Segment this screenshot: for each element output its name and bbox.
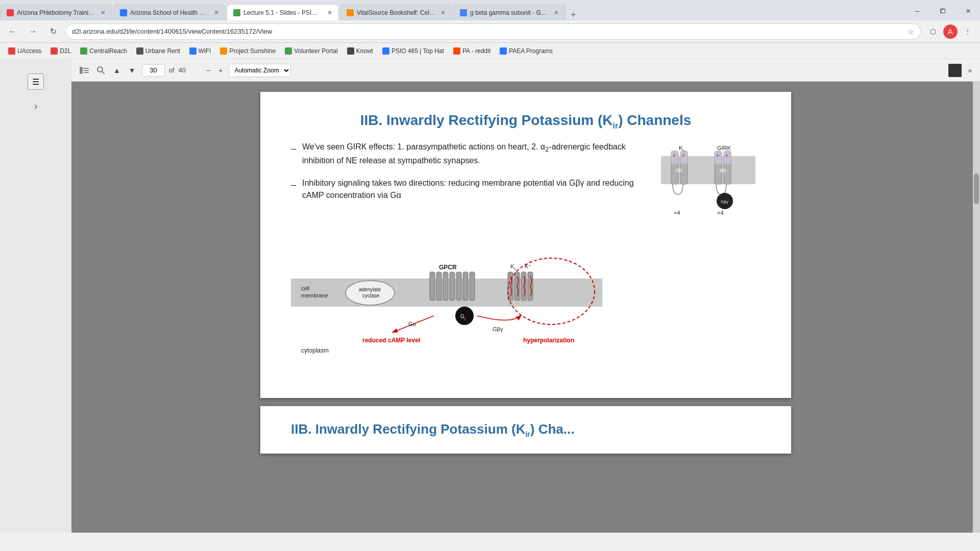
bookmark-volunteer-portal[interactable]: Volunteer Portal bbox=[281, 46, 341, 56]
svg-rect-37 bbox=[450, 272, 455, 300]
tab-4[interactable]: VitalSource Bookshelf: Cellular... ✕ bbox=[340, 4, 452, 20]
menu-button[interactable]: ⋮ bbox=[960, 23, 976, 40]
bullet-1: – We've seen GIRK effects: 1. parasympat… bbox=[291, 141, 648, 167]
browser-right-icons: ⬡ A ⋮ bbox=[925, 23, 976, 40]
svg-text:Gβγ: Gβγ bbox=[721, 199, 728, 204]
tab-5[interactable]: g beta gamma subunit - Googl... ✕ bbox=[453, 4, 566, 20]
bookmark-pa-reddit[interactable]: PA - reddit bbox=[449, 46, 495, 56]
page-number-input[interactable]: 30 bbox=[142, 64, 165, 77]
pdf-sidebar-toggle[interactable] bbox=[78, 65, 91, 76]
tab-2[interactable]: Arizona School of Health Scien... ✕ bbox=[113, 4, 226, 20]
svg-rect-35 bbox=[436, 272, 442, 300]
svg-point-15 bbox=[675, 168, 682, 172]
pdf-prev-page[interactable]: ▲ bbox=[111, 64, 122, 77]
slide-title: IIB. Inwardly Rectifying Potassium (Kir)… bbox=[291, 112, 761, 131]
main-content: ☰ › ▲ ▼ 30 of 40 − + Automatic Zoom 50% … bbox=[0, 59, 980, 533]
bookmark-centralreach[interactable]: CentralReach bbox=[76, 46, 131, 56]
slide-title-text: IIB. Inwardly Rectifying Potassium (Kir)… bbox=[360, 112, 692, 128]
svg-rect-36 bbox=[443, 272, 448, 300]
minimize-button[interactable]: ─ bbox=[905, 2, 929, 20]
next-slide-title: IIB. Inwardly Rectifying Potassium (Kir)… bbox=[291, 421, 574, 437]
svg-rect-2 bbox=[84, 70, 89, 71]
tab-4-close[interactable]: ✕ bbox=[440, 9, 446, 16]
pdf-page-main: IIB. Inwardly Rectifying Potassium (Kir)… bbox=[260, 92, 791, 398]
svg-text:P: P bbox=[673, 154, 676, 158]
pdf-search-button[interactable] bbox=[95, 64, 107, 77]
svg-rect-39 bbox=[463, 272, 468, 300]
svg-text:×4: ×4 bbox=[717, 210, 724, 216]
channel-comparison-diagram: Kir GIRK P bbox=[658, 141, 761, 227]
bookmark-wifi[interactable]: WiFI bbox=[185, 46, 215, 56]
bookmarks-bar: UAccess D2L CentralReach Urbane Rent WiF… bbox=[0, 43, 980, 59]
svg-text:cyclase: cyclase bbox=[362, 293, 380, 298]
slide-bullets: – We've seen GIRK effects: 1. parasympat… bbox=[291, 141, 648, 212]
tab-3[interactable]: Lecture 5.1 - Slides - PSIO 404 S... ✕ bbox=[227, 4, 339, 20]
back-button[interactable]: ← bbox=[4, 23, 20, 40]
svg-text:P: P bbox=[682, 154, 685, 158]
scrollbar-thumb[interactable] bbox=[974, 173, 979, 204]
bookmark-psio465[interactable]: PSIO 465 | Top Hat bbox=[378, 46, 448, 56]
tab-3-close[interactable]: ✕ bbox=[327, 9, 332, 16]
svg-point-4 bbox=[97, 67, 103, 72]
svg-text:P: P bbox=[726, 154, 728, 158]
expand-arrow[interactable]: › bbox=[34, 100, 38, 112]
bookmark-uaccess[interactable]: UAccess bbox=[4, 46, 45, 56]
scrollbar-track[interactable] bbox=[973, 82, 980, 533]
bookmark-star-icon[interactable]: ☆ bbox=[908, 28, 914, 36]
svg-text:Kir: Kir bbox=[510, 263, 517, 271]
svg-text:hyperpolarization: hyperpolarization bbox=[523, 337, 574, 344]
svg-rect-34 bbox=[430, 272, 435, 300]
pdf-page-next: IIB. Inwardly Rectifying Potassium (Kir)… bbox=[260, 406, 791, 454]
svg-rect-0 bbox=[80, 67, 83, 74]
svg-point-22 bbox=[719, 168, 726, 172]
maximize-button[interactable]: ⧠ bbox=[931, 2, 954, 20]
address-bar[interactable]: d2l.arizona.edu/d2l/le/content/1400615/v… bbox=[65, 23, 921, 40]
tab-2-close[interactable]: ✕ bbox=[214, 9, 219, 16]
svg-text:Gβγ: Gβγ bbox=[493, 326, 503, 332]
zoom-in-button[interactable]: + bbox=[216, 64, 225, 77]
svg-text:P: P bbox=[717, 154, 719, 158]
tab-1-close[interactable]: ✕ bbox=[101, 9, 106, 16]
pdf-viewer: ▲ ▼ 30 of 40 − + Automatic Zoom 50% 75% … bbox=[71, 59, 980, 533]
bookmark-knowt[interactable]: Knowt bbox=[343, 46, 377, 56]
total-pages: 40 bbox=[179, 66, 186, 74]
zoom-out-button[interactable]: − bbox=[204, 64, 212, 77]
tab-bar: Arizona Phlebotomy Training S... ✕ Arizo… bbox=[0, 0, 980, 20]
browser-window: Arizona Phlebotomy Training S... ✕ Arizo… bbox=[0, 0, 980, 59]
bookmark-d2l[interactable]: D2L bbox=[46, 46, 75, 56]
svg-text:adenylate: adenylate bbox=[359, 287, 381, 292]
svg-text:Gα: Gα bbox=[408, 321, 416, 327]
pdf-scroll-area[interactable]: IIB. Inwardly Rectifying Potassium (Kir)… bbox=[71, 82, 980, 533]
svg-text:cell: cell bbox=[301, 285, 310, 291]
bookmark-project-sunshine[interactable]: Project Sunshine bbox=[216, 46, 280, 56]
profile-icon[interactable]: A bbox=[943, 24, 958, 39]
new-tab-button[interactable]: + bbox=[567, 10, 580, 20]
bookmark-paea[interactable]: PAEA Programs bbox=[496, 46, 557, 56]
tab-5-close[interactable]: ✕ bbox=[554, 9, 559, 16]
sidebar-panel: ☰ › bbox=[0, 59, 71, 533]
pdf-next-page[interactable]: ▼ bbox=[127, 64, 138, 77]
svg-text:GIRK: GIRK bbox=[717, 145, 731, 151]
window-controls: ─ ⧠ ✕ bbox=[905, 2, 980, 20]
presentation-mode-button[interactable] bbox=[948, 64, 962, 77]
extension-icon[interactable]: ⬡ bbox=[925, 23, 941, 40]
svg-rect-38 bbox=[456, 272, 461, 300]
svg-rect-1 bbox=[84, 68, 89, 69]
toggle-sidebar-button[interactable]: ☰ bbox=[28, 73, 44, 90]
zoom-select[interactable]: Automatic Zoom 50% 75% 100% 125% 150% bbox=[229, 64, 291, 77]
pathway-diagram: cell membrane adenylate cyclase bbox=[291, 235, 761, 360]
reload-button[interactable]: ↻ bbox=[45, 23, 61, 40]
more-tools-button[interactable]: » bbox=[966, 64, 974, 77]
address-text: d2l.arizona.edu/d2l/le/content/1400615/v… bbox=[72, 28, 908, 35]
tab-1[interactable]: Arizona Phlebotomy Training S... ✕ bbox=[0, 4, 112, 20]
pathway-svg: cell membrane adenylate cyclase bbox=[291, 235, 602, 358]
bullet-2: – Inhibitory signaling takes two directi… bbox=[291, 177, 648, 202]
svg-text:G: G bbox=[460, 314, 464, 319]
close-button[interactable]: ✕ bbox=[957, 2, 980, 20]
address-bar-row: ← → ↻ d2l.arizona.edu/d2l/le/content/140… bbox=[0, 20, 980, 43]
svg-text:reduced cAMP level: reduced cAMP level bbox=[362, 337, 420, 344]
bookmark-urbanrent[interactable]: Urbane Rent bbox=[132, 46, 184, 56]
svg-text:×4: ×4 bbox=[674, 210, 680, 216]
forward-button[interactable]: → bbox=[24, 23, 41, 40]
svg-rect-3 bbox=[84, 72, 89, 73]
